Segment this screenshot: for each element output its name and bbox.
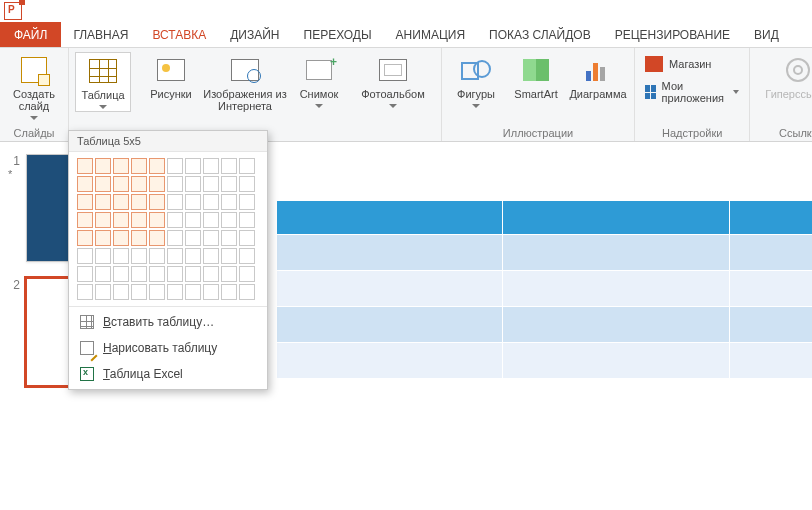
grid-cell[interactable] bbox=[221, 248, 237, 264]
grid-cell[interactable] bbox=[131, 176, 147, 192]
grid-cell[interactable] bbox=[167, 248, 183, 264]
tab-view[interactable]: ВИД bbox=[742, 22, 791, 47]
grid-cell[interactable] bbox=[203, 284, 219, 300]
tab-slideshow[interactable]: ПОКАЗ СЛАЙДОВ bbox=[477, 22, 603, 47]
grid-cell[interactable] bbox=[77, 176, 93, 192]
grid-cell[interactable] bbox=[167, 266, 183, 282]
grid-cell[interactable] bbox=[185, 158, 201, 174]
grid-cell[interactable] bbox=[167, 194, 183, 210]
grid-cell[interactable] bbox=[131, 230, 147, 246]
grid-cell[interactable] bbox=[185, 194, 201, 210]
grid-cell[interactable] bbox=[95, 248, 111, 264]
grid-cell[interactable] bbox=[77, 194, 93, 210]
grid-cell[interactable] bbox=[185, 266, 201, 282]
grid-cell[interactable] bbox=[203, 266, 219, 282]
pictures-button[interactable]: Рисунки bbox=[143, 52, 199, 102]
grid-cell[interactable] bbox=[131, 212, 147, 228]
grid-cell[interactable] bbox=[77, 266, 93, 282]
grid-cell[interactable] bbox=[185, 248, 201, 264]
grid-cell[interactable] bbox=[221, 212, 237, 228]
grid-cell[interactable] bbox=[149, 158, 165, 174]
grid-cell[interactable] bbox=[239, 248, 255, 264]
screenshot-button[interactable]: Снимок bbox=[291, 52, 347, 110]
grid-cell[interactable] bbox=[239, 230, 255, 246]
grid-cell[interactable] bbox=[131, 158, 147, 174]
grid-cell[interactable] bbox=[131, 284, 147, 300]
grid-cell[interactable] bbox=[95, 212, 111, 228]
grid-cell[interactable] bbox=[77, 158, 93, 174]
tab-design[interactable]: ДИЗАЙН bbox=[218, 22, 291, 47]
tab-insert[interactable]: ВСТАВКА bbox=[140, 22, 218, 47]
grid-cell[interactable] bbox=[239, 194, 255, 210]
grid-cell[interactable] bbox=[149, 176, 165, 192]
grid-cell[interactable] bbox=[149, 284, 165, 300]
shapes-button[interactable]: Фигуры bbox=[448, 52, 504, 110]
grid-cell[interactable] bbox=[203, 158, 219, 174]
tab-file[interactable]: ФАЙЛ bbox=[0, 22, 61, 47]
grid-cell[interactable] bbox=[167, 230, 183, 246]
grid-cell[interactable] bbox=[221, 266, 237, 282]
store-button[interactable]: Магазин bbox=[641, 54, 743, 74]
grid-cell[interactable] bbox=[203, 176, 219, 192]
grid-cell[interactable] bbox=[95, 158, 111, 174]
tab-transitions[interactable]: ПЕРЕХОДЫ bbox=[292, 22, 384, 47]
grid-cell[interactable] bbox=[239, 284, 255, 300]
grid-cell[interactable] bbox=[95, 176, 111, 192]
grid-cell[interactable] bbox=[167, 212, 183, 228]
draw-table-menu-item[interactable]: Нарисовать таблицу bbox=[69, 335, 267, 361]
grid-cell[interactable] bbox=[203, 194, 219, 210]
grid-cell[interactable] bbox=[149, 230, 165, 246]
tab-animation[interactable]: АНИМАЦИЯ bbox=[384, 22, 477, 47]
grid-cell[interactable] bbox=[113, 248, 129, 264]
smartart-button[interactable]: SmartArt bbox=[508, 52, 564, 102]
insert-table-menu-item[interactable]: Вставить таблицу… bbox=[69, 309, 267, 335]
grid-cell[interactable] bbox=[221, 284, 237, 300]
grid-cell[interactable] bbox=[203, 230, 219, 246]
grid-cell[interactable] bbox=[95, 230, 111, 246]
chart-button[interactable]: Диаграмма bbox=[568, 52, 628, 102]
grid-cell[interactable] bbox=[149, 194, 165, 210]
new-slide-button[interactable]: Создать слайд bbox=[6, 52, 62, 122]
grid-cell[interactable] bbox=[185, 176, 201, 192]
grid-cell[interactable] bbox=[95, 266, 111, 282]
photo-album-button[interactable]: Фотоальбом bbox=[351, 52, 435, 110]
tab-review[interactable]: РЕЦЕНЗИРОВАНИЕ bbox=[603, 22, 742, 47]
online-images-button[interactable]: Изображения из Интернета bbox=[203, 52, 287, 114]
grid-cell[interactable] bbox=[239, 212, 255, 228]
slide-canvas[interactable] bbox=[236, 144, 812, 510]
grid-cell[interactable] bbox=[149, 212, 165, 228]
grid-cell[interactable] bbox=[149, 266, 165, 282]
grid-cell[interactable] bbox=[221, 158, 237, 174]
grid-cell[interactable] bbox=[131, 248, 147, 264]
grid-cell[interactable] bbox=[131, 266, 147, 282]
grid-cell[interactable] bbox=[221, 176, 237, 192]
grid-cell[interactable] bbox=[221, 194, 237, 210]
grid-cell[interactable] bbox=[113, 158, 129, 174]
grid-cell[interactable] bbox=[185, 230, 201, 246]
grid-cell[interactable] bbox=[113, 176, 129, 192]
grid-cell[interactable] bbox=[95, 284, 111, 300]
tab-home[interactable]: ГЛАВНАЯ bbox=[61, 22, 140, 47]
grid-cell[interactable] bbox=[77, 212, 93, 228]
grid-cell[interactable] bbox=[239, 266, 255, 282]
grid-cell[interactable] bbox=[239, 158, 255, 174]
grid-cell[interactable] bbox=[149, 248, 165, 264]
grid-cell[interactable] bbox=[113, 284, 129, 300]
grid-cell[interactable] bbox=[77, 284, 93, 300]
grid-cell[interactable] bbox=[185, 212, 201, 228]
grid-cell[interactable] bbox=[185, 284, 201, 300]
grid-cell[interactable] bbox=[167, 158, 183, 174]
grid-cell[interactable] bbox=[113, 212, 129, 228]
grid-cell[interactable] bbox=[167, 284, 183, 300]
my-apps-button[interactable]: Мои приложения bbox=[641, 78, 743, 106]
grid-cell[interactable] bbox=[221, 230, 237, 246]
grid-cell[interactable] bbox=[113, 194, 129, 210]
grid-cell[interactable] bbox=[167, 176, 183, 192]
grid-cell[interactable] bbox=[95, 194, 111, 210]
insert-table-button[interactable]: Таблица bbox=[75, 52, 131, 112]
table-size-grid[interactable] bbox=[69, 152, 267, 306]
grid-cell[interactable] bbox=[239, 176, 255, 192]
grid-cell[interactable] bbox=[77, 230, 93, 246]
grid-cell[interactable] bbox=[77, 248, 93, 264]
excel-table-menu-item[interactable]: Таблица Excel bbox=[69, 361, 267, 387]
